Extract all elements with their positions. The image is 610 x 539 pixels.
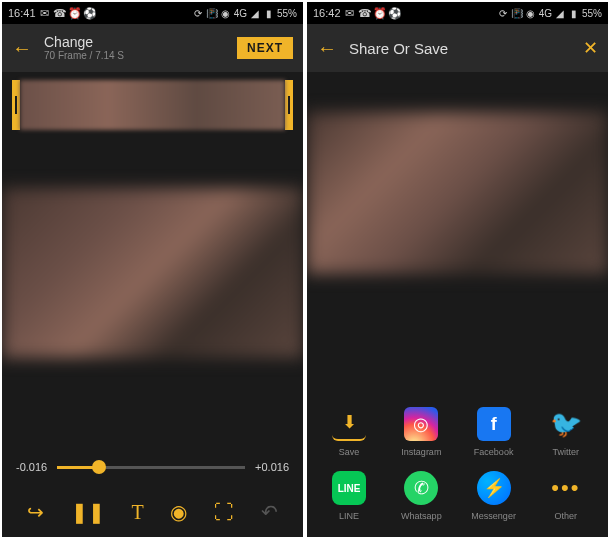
speed-slider[interactable]: [57, 466, 245, 469]
app-icon: ⚽: [389, 7, 401, 19]
share-area: ⬇ Save ◎ Instagram f Facebook 🐦 Twitter …: [307, 395, 608, 537]
slider-min: -0.016: [16, 461, 47, 473]
facebook-icon: f: [477, 407, 511, 441]
download-icon: ⬇: [332, 407, 366, 441]
network-label: 4G: [539, 8, 552, 19]
back-icon[interactable]: ←: [317, 37, 337, 60]
app-bar: ← Share Or Save ✕: [307, 24, 608, 72]
battery-icon: ▮: [263, 7, 275, 19]
instagram-icon: ◎: [404, 407, 438, 441]
share-other[interactable]: ••• Other: [532, 471, 600, 521]
alarm-icon: ⏰: [374, 7, 386, 19]
vibrate-icon: 📳: [206, 7, 218, 19]
share-grid: ⬇ Save ◎ Instagram f Facebook 🐦 Twitter …: [315, 407, 600, 521]
network-label: 4G: [234, 8, 247, 19]
signal-icon: ◢: [249, 7, 261, 19]
status-bar: 16:42 ✉ ☎ ⏰ ⚽ ⟳ 📳 ◉ 4G ◢ ▮ 55%: [307, 2, 608, 24]
share-twitter[interactable]: 🐦 Twitter: [532, 407, 600, 457]
share-save[interactable]: ⬇ Save: [315, 407, 383, 457]
video-preview: [2, 188, 303, 358]
data-icon: ◉: [525, 7, 537, 19]
crop-icon[interactable]: ⛶: [214, 501, 234, 524]
share-messenger[interactable]: ⚡ Messenger: [460, 471, 528, 521]
sync-icon: ⟳: [192, 7, 204, 19]
line-icon: LINE: [332, 471, 366, 505]
title-sub: 70 Frame / 7.14 S: [44, 50, 124, 62]
text-icon[interactable]: T: [132, 501, 144, 524]
alarm-icon: ⏰: [69, 7, 81, 19]
app-title: Change 70 Frame / 7.14 S: [44, 34, 124, 63]
toolbar: ↪ ❚❚ T ◉ ⛶ ↶: [2, 487, 303, 537]
share-instagram[interactable]: ◎ Instagram: [387, 407, 455, 457]
app-icon: ⚽: [84, 7, 96, 19]
title-main: Change: [44, 34, 124, 51]
trim-handle-left[interactable]: [12, 80, 20, 130]
phone-left: 16:41 ✉ ☎ ⏰ ⚽ ⟳ 📳 ◉ 4G ◢ ▮ 55% ← Change …: [2, 2, 303, 537]
sync-icon: ⟳: [497, 7, 509, 19]
more-icon: •••: [549, 471, 583, 505]
filter-icon[interactable]: ◉: [170, 500, 187, 524]
phone-right: 16:42 ✉ ☎ ⏰ ⚽ ⟳ 📳 ◉ 4G ◢ ▮ 55% ← Share O…: [307, 2, 608, 537]
timeline-frames: [20, 80, 285, 130]
data-icon: ◉: [220, 7, 232, 19]
battery-label: 55%: [582, 8, 602, 19]
share-facebook[interactable]: f Facebook: [460, 407, 528, 457]
battery-icon: ▮: [568, 7, 580, 19]
signal-icon: ◢: [554, 7, 566, 19]
trim-handle-right[interactable]: [285, 80, 293, 130]
back-icon[interactable]: ←: [12, 37, 32, 60]
whatsapp-icon: ☎: [54, 7, 66, 19]
direction-icon[interactable]: ↪: [27, 500, 44, 524]
share-line[interactable]: LINE LINE: [315, 471, 383, 521]
message-icon: ✉: [344, 7, 356, 19]
status-time: 16:41: [8, 7, 36, 19]
close-icon[interactable]: ✕: [583, 37, 598, 59]
messenger-icon: ⚡: [477, 471, 511, 505]
twitter-icon: 🐦: [549, 407, 583, 441]
battery-label: 55%: [277, 8, 297, 19]
status-time: 16:42: [313, 7, 341, 19]
speed-slider-row: -0.016 +0.016: [2, 447, 303, 487]
next-button[interactable]: NEXT: [237, 37, 293, 59]
pause-icon[interactable]: ❚❚: [71, 500, 105, 524]
title-main: Share Or Save: [349, 40, 448, 57]
status-bar: 16:41 ✉ ☎ ⏰ ⚽ ⟳ 📳 ◉ 4G ◢ ▮ 55%: [2, 2, 303, 24]
slider-thumb[interactable]: [92, 460, 106, 474]
whatsapp-icon: ☎: [359, 7, 371, 19]
message-icon: ✉: [39, 7, 51, 19]
share-whatsapp[interactable]: ✆ Whatsapp: [387, 471, 455, 521]
timeline[interactable]: [12, 80, 293, 130]
undo-icon[interactable]: ↶: [261, 500, 278, 524]
slider-max: +0.016: [255, 461, 289, 473]
app-bar: ← Change 70 Frame / 7.14 S NEXT: [2, 24, 303, 72]
whatsapp-icon: ✆: [404, 471, 438, 505]
vibrate-icon: 📳: [511, 7, 523, 19]
video-preview: [307, 112, 608, 274]
